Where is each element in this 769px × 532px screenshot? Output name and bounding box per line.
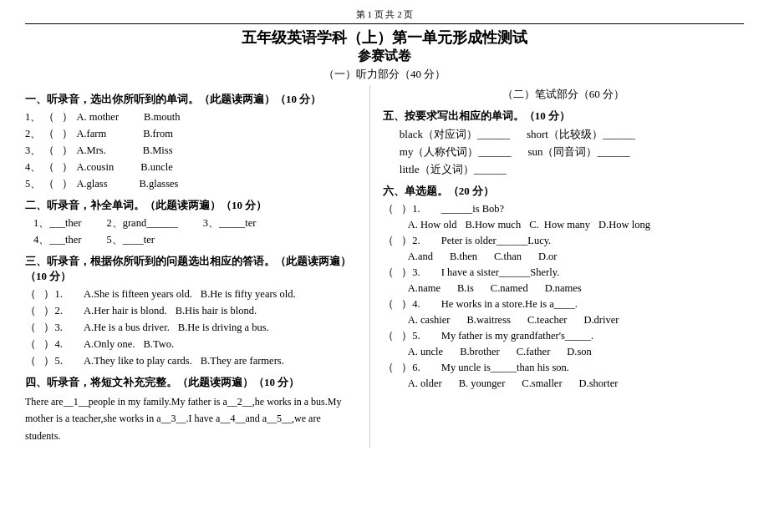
list-item: 1、 （ ） A. mother B.mouth bbox=[25, 110, 357, 124]
right-column: （二）笔试部分（60 分） 五、按要求写出相应的单词。（10 分） black（… bbox=[370, 85, 744, 448]
section4-title: 四、听录音，将短文补充完整。（此题读两遍）（10 分） bbox=[25, 375, 357, 390]
list-item: （ ）4. He works in a store.He is a____. A… bbox=[383, 297, 744, 327]
list-item: （ ）6. My uncle is_____than his son. A. o… bbox=[383, 361, 744, 390]
title-sub: 参赛试卷 bbox=[25, 48, 744, 65]
list-item: （ ）3. A.He is a bus driver. B.He is driv… bbox=[25, 321, 357, 335]
list-item: 3、 （ ） A.Mrs. B.Miss bbox=[25, 144, 357, 158]
section5-title: 五、按要求写出相应的单词。（10 分） bbox=[383, 109, 744, 124]
title-block: 五年级英语学科（上）第一单元形成性测试 参赛试卷 （一）听力部分（40 分） bbox=[25, 28, 744, 82]
list-item: black（对应词）______ short（比较级）______ bbox=[400, 127, 744, 142]
title-main: 五年级英语学科（上）第一单元形成性测试 bbox=[25, 28, 744, 48]
section1-items: 1、 （ ） A. mother B.mouth 2、 （ ） A.farm B… bbox=[25, 110, 357, 191]
list-item: 1、___ther 2、grand______ 3、_____ter bbox=[33, 216, 357, 231]
left-column: 一、听录音，选出你所听到的单词。（此题读两遍）（10 分） 1、 （ ） A. … bbox=[25, 85, 370, 448]
exam-page: 第 1 页 共 2 页 五年级英语学科（上）第一单元形成性测试 参赛试卷 （一）… bbox=[0, 0, 769, 532]
section1-title: 一、听录音，选出你所听到的单词。（此题读两遍）（10 分） bbox=[25, 92, 357, 107]
list-item: little（近义词）______ bbox=[400, 162, 744, 177]
list-item: （ ）2. Peter is older______Lucy. A.and B.… bbox=[383, 234, 744, 263]
section3-title: 三、听录音，根据你所听到的问题选出相应的答语。（此题读两遍）（10 分） bbox=[25, 254, 357, 284]
list-item: my（人称代词）______ sun（同音词）______ bbox=[400, 144, 744, 160]
list-item: 2、 （ ） A.farm B.from bbox=[25, 127, 357, 141]
list-item: 4、___ther 5、____ter bbox=[33, 233, 357, 247]
section2-title: 二、听录音，补全单词。（此题读两遍）（10 分） bbox=[25, 198, 357, 213]
list-item: （ ）3. I have a sister______Sherly. A.nam… bbox=[383, 266, 744, 295]
section-oral-label: （一）听力部分（40 分） bbox=[25, 67, 744, 82]
section3-items: （ ）1. A.She is fifteen years old. B.He i… bbox=[25, 287, 357, 368]
list-item: （ ）4. A.Only one. B.Two. bbox=[25, 337, 357, 352]
passage-text: There are__1__people in my family.My fat… bbox=[25, 393, 357, 444]
list-item: 4、 （ ） A.cousin B.uncle bbox=[25, 160, 357, 175]
list-item: （ ）5. My father is my grandfather's_____… bbox=[383, 329, 744, 358]
list-item: （ ）2. A.Her hair is blond. B.His hair is… bbox=[25, 304, 357, 318]
section6-items: （ ）1. ______is Bob? A. How old B.How muc… bbox=[383, 202, 744, 390]
page-number: 第 1 页 共 2 页 bbox=[25, 8, 744, 24]
list-item: 5、 （ ） A.glass B.glasses bbox=[25, 177, 357, 191]
two-column-layout: 一、听录音，选出你所听到的单词。（此题读两遍）（10 分） 1、 （ ） A. … bbox=[25, 85, 744, 448]
list-item: （ ）1. ______is Bob? A. How old B.How muc… bbox=[383, 202, 744, 231]
section5-items: black（对应词）______ short（比较级）______ my（人称代… bbox=[383, 127, 744, 177]
section-written-label: （二）笔试部分（60 分） bbox=[383, 87, 744, 102]
list-item: （ ）1. A.She is fifteen years old. B.He i… bbox=[25, 287, 357, 301]
list-item: （ ）5. A.They like to play cards. B.They … bbox=[25, 354, 357, 368]
section2-items: 1、___ther 2、grand______ 3、_____ter 4、___… bbox=[25, 216, 357, 247]
section6-title: 六、单选题。（20 分） bbox=[383, 184, 744, 199]
